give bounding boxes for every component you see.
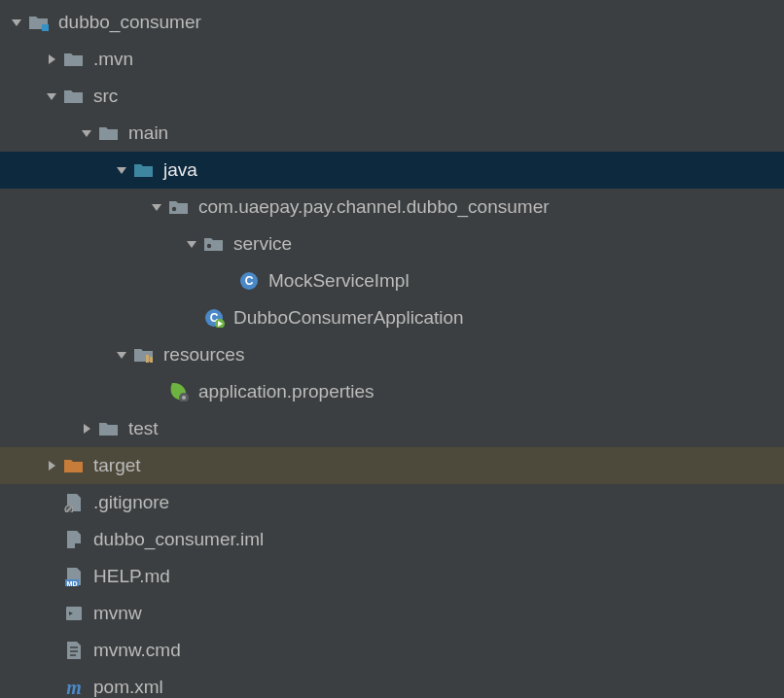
- iml-file-icon: [62, 530, 86, 549]
- tree-item-service[interactable]: service: [0, 226, 784, 262]
- tree-item-label: dubbo_consumer: [58, 12, 201, 33]
- source-folder-icon: [132, 160, 156, 180]
- tree-item-target[interactable]: target: [0, 447, 784, 484]
- tree-item-label: mvnw: [93, 603, 142, 624]
- folder-icon: [97, 123, 121, 143]
- chevron-right-icon[interactable]: [43, 53, 60, 65]
- tree-item-help-md[interactable]: HELP.md: [0, 558, 784, 595]
- tree-item-label: service: [233, 233, 292, 255]
- folder-icon: [62, 50, 86, 69]
- text-file-icon: [62, 641, 86, 660]
- tree-item-label: DubboConsumerApplication: [233, 307, 464, 329]
- module-folder-icon: [27, 13, 51, 32]
- tree-item-label: HELP.md: [93, 566, 170, 587]
- folder-icon: [62, 87, 86, 106]
- tree-item-dubboconsumerapplication[interactable]: DubboConsumerApplication: [0, 299, 784, 336]
- tree-item-root[interactable]: dubbo_consumer: [0, 4, 784, 41]
- tree-item-pom[interactable]: pom.xml: [0, 669, 784, 698]
- tree-item-test[interactable]: test: [0, 410, 784, 447]
- tree-item-label: application.properties: [198, 381, 374, 402]
- tree-item-label: .gitignore: [93, 492, 169, 513]
- tree-item-label: main: [128, 122, 168, 144]
- tree-item-label: test: [128, 418, 159, 439]
- resources-folder-icon: [132, 345, 156, 365]
- spring-properties-icon: [167, 382, 191, 401]
- excluded-folder-icon: [62, 456, 86, 475]
- tree-item-main[interactable]: main: [0, 115, 784, 152]
- tree-item-application-properties[interactable]: application.properties: [0, 373, 784, 410]
- ignored-file-icon: [62, 493, 86, 512]
- script-file-icon: [62, 604, 86, 623]
- chevron-down-icon[interactable]: [148, 201, 165, 213]
- chevron-down-icon[interactable]: [78, 127, 95, 139]
- tree-item-label: .mvn: [93, 49, 133, 70]
- tree-item-label: mvnw.cmd: [93, 640, 181, 661]
- chevron-right-icon[interactable]: [43, 460, 60, 471]
- chevron-down-icon[interactable]: [43, 90, 60, 102]
- chevron-down-icon[interactable]: [113, 349, 130, 361]
- tree-item-label: java: [163, 159, 197, 181]
- project-tree: dubbo_consumer .mvn src main java com.ua…: [0, 0, 784, 698]
- tree-item-package[interactable]: com.uaepay.pay.channel.dubbo_consumer: [0, 189, 784, 226]
- tree-item-gitignore[interactable]: .gitignore: [0, 484, 784, 521]
- tree-item-label: pom.xml: [93, 677, 163, 698]
- package-icon: [202, 234, 226, 254]
- chevron-right-icon[interactable]: [78, 423, 95, 435]
- tree-item-src[interactable]: src: [0, 78, 784, 115]
- tree-item-mockserviceimpl[interactable]: MockServiceImpl: [0, 262, 784, 299]
- tree-item-mvn[interactable]: .mvn: [0, 41, 784, 78]
- tree-item-label: dubbo_consumer.iml: [93, 529, 264, 550]
- tree-item-label: resources: [163, 344, 244, 366]
- tree-item-label: target: [93, 455, 141, 476]
- tree-item-label: src: [93, 86, 118, 107]
- tree-item-mvnw[interactable]: mvnw: [0, 595, 784, 632]
- tree-item-label: com.uaepay.pay.channel.dubbo_consumer: [198, 196, 550, 218]
- tree-item-iml[interactable]: dubbo_consumer.iml: [0, 521, 784, 558]
- md-file-icon: [62, 567, 86, 586]
- spring-runnable-class-icon: [202, 308, 226, 328]
- package-icon: [167, 197, 191, 217]
- tree-item-resources[interactable]: resources: [0, 336, 784, 373]
- chevron-down-icon[interactable]: [8, 17, 25, 28]
- tree-item-java[interactable]: java: [0, 152, 784, 189]
- java-class-icon: [237, 271, 261, 291]
- chevron-down-icon[interactable]: [183, 238, 200, 250]
- tree-item-label: MockServiceImpl: [268, 270, 410, 292]
- chevron-down-icon[interactable]: [113, 164, 130, 176]
- tree-item-mvnw-cmd[interactable]: mvnw.cmd: [0, 632, 784, 669]
- folder-icon: [97, 419, 121, 438]
- maven-file-icon: [62, 678, 86, 697]
